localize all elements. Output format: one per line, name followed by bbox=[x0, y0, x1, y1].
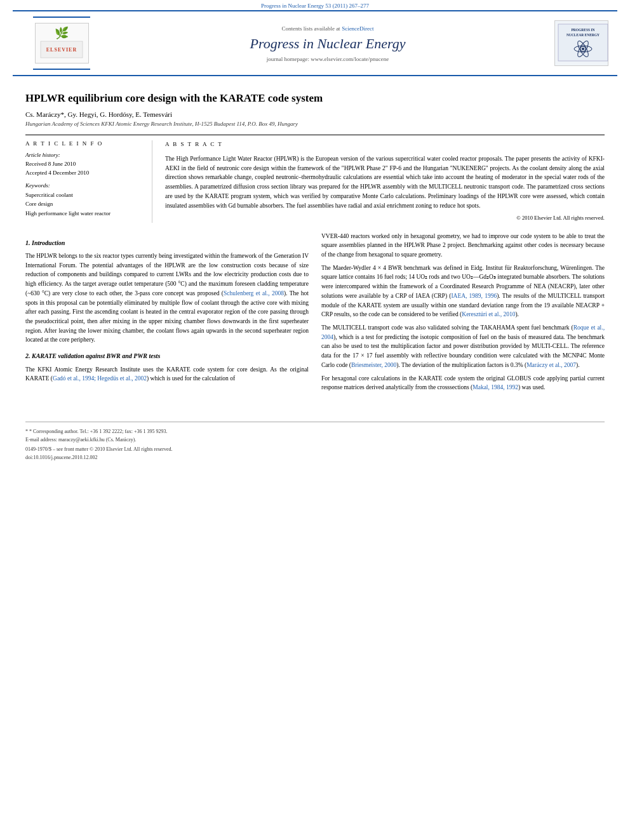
svg-text:ELSEVIER: ELSEVIER bbox=[46, 47, 77, 53]
journal-center-info: Contents lists available at ScienceDirec… bbox=[103, 25, 553, 62]
elsevier-logo: 🌿 ELSEVIER bbox=[33, 17, 90, 70]
elsevier-tree-icon: 🌿 bbox=[38, 26, 86, 40]
section2-para1: The KFKI Atomic Energy Research Institut… bbox=[25, 365, 309, 383]
ref-gado: Gadó et al., 1994; Hegedüs et al., 2002 bbox=[53, 375, 147, 382]
keywords-list: Supercritical coolant Core design High p… bbox=[25, 190, 144, 218]
elsevier-logo-box: 🌿 ELSEVIER bbox=[35, 23, 89, 63]
article-history-heading: Article history: bbox=[25, 152, 144, 158]
ref-makal: Makal, 1984, 1992 bbox=[473, 384, 518, 390]
footnote-star: * * Corresponding author. Tel.: +36 1 39… bbox=[25, 429, 605, 434]
col2-para2: The Maeder-Wydler 4 × 4 BWR benchmark wa… bbox=[321, 263, 605, 319]
svg-text:PROGRESS IN: PROGRESS IN bbox=[571, 28, 594, 32]
section1-para1: The HPLWR belongs to the six reactor typ… bbox=[25, 251, 309, 345]
journal-header: 🌿 ELSEVIER Contents lists available at S… bbox=[13, 10, 617, 76]
ref-schulenberg: Schulenberg et al., 2008 bbox=[224, 290, 284, 297]
author-names: Cs. Maráczy*, Gy. Hegyi, G. Hordósy, E. … bbox=[25, 110, 172, 118]
keywords-heading: Keywords: bbox=[25, 182, 144, 189]
abstract-text: The High Performance Light Water Reactor… bbox=[165, 154, 605, 210]
abstract-heading: A B S T R A C T bbox=[165, 140, 605, 149]
article-info-heading: A R T I C L E I N F O bbox=[25, 140, 144, 147]
affiliation: Hungarian Academy of Sciences KFKI Atomi… bbox=[25, 121, 605, 127]
article-metadata-section: A R T I C L E I N F O Article history: R… bbox=[25, 135, 605, 222]
article-title: HPLWR equilibrium core design with the K… bbox=[25, 91, 605, 105]
scidir-availability: Contents lists available at ScienceDirec… bbox=[103, 25, 553, 32]
footer-copyright: 0149-1970/$ – see front matter © 2010 El… bbox=[25, 446, 605, 452]
body-left-col: 1. Introduction The HPLWR belongs to the… bbox=[25, 232, 309, 397]
abstract-column: A B S T R A C T The High Performance Lig… bbox=[165, 140, 605, 222]
col2-para1: VVER-440 reactors worked only in hexagon… bbox=[321, 232, 605, 260]
journal-ref-bar: Progress in Nuclear Energy 53 (2011) 267… bbox=[0, 0, 630, 10]
ref-roque: Roque et al., 2004 bbox=[321, 324, 605, 340]
copyright-line: © 2010 Elsevier Ltd. All rights reserved… bbox=[165, 214, 605, 222]
keyword-2: Core design bbox=[25, 199, 144, 208]
footer-copyright-text: 0149-1970/$ – see front matter © 2010 El… bbox=[25, 446, 173, 452]
journal-homepage: journal homepage: www.elsevier.com/locat… bbox=[103, 56, 553, 62]
keyword-1: Supercritical coolant bbox=[25, 190, 144, 199]
pne-logo-svg: PROGRESS IN NUCLEAR ENERGY bbox=[558, 23, 608, 62]
ref-kereszturi: Keresztúri et al., 2010 bbox=[462, 311, 515, 317]
footnote-star-symbol: * bbox=[25, 429, 28, 434]
journal-ref-text: Progress in Nuclear Energy 53 (2011) 267… bbox=[261, 3, 369, 9]
section1-title: 1. Introduction bbox=[25, 238, 309, 248]
footnote-email: E-mail address: maraczy@aeki.kfki.hu (Cs… bbox=[25, 437, 605, 443]
body-right-col: VVER-440 reactors worked only in hexagon… bbox=[321, 232, 605, 397]
received-date: Received 8 June 2010 Accepted 4 December… bbox=[25, 160, 144, 177]
col2-para4: For hexagonal core calculations in the K… bbox=[321, 374, 605, 392]
section2-title: 2. KARATE validation against BWR and PWR… bbox=[25, 351, 309, 361]
ref-maracy: Maráczy et al., 2007 bbox=[526, 362, 576, 368]
footer-doi-text: doi:10.1016/j.pnucene.2010.12.002 bbox=[25, 455, 98, 460]
footer-doi: doi:10.1016/j.pnucene.2010.12.002 bbox=[25, 455, 605, 460]
main-content: HPLWR equilibrium core design with the K… bbox=[0, 76, 630, 409]
pne-logo-box: PROGRESS IN NUCLEAR ENERGY bbox=[554, 20, 608, 66]
svg-text:NUCLEAR ENERGY: NUCLEAR ENERGY bbox=[566, 33, 599, 37]
footnote-star-text: * Corresponding author. Tel.: +36 1 392 … bbox=[29, 429, 167, 434]
col2-para3: The MULTICELL transport code was also va… bbox=[321, 323, 605, 370]
pne-logo: PROGRESS IN NUCLEAR ENERGY bbox=[553, 20, 610, 66]
article-info-column: A R T I C L E I N F O Article history: R… bbox=[25, 140, 152, 222]
authors: Cs. Maráczy*, Gy. Hegyi, G. Hordósy, E. … bbox=[25, 110, 605, 118]
svg-point-9 bbox=[582, 48, 584, 50]
ref-briesmeister: Briesmeister, 2000 bbox=[351, 362, 396, 368]
elsevier-svg: ELSEVIER bbox=[39, 40, 84, 59]
footer: * * Corresponding author. Tel.: +36 1 39… bbox=[25, 422, 605, 460]
ref-iaea: IAEA, 1989, 1996 bbox=[451, 293, 497, 299]
keyword-3: High performance light water reactor bbox=[25, 209, 144, 218]
journal-title: Progress in Nuclear Energy bbox=[103, 36, 553, 52]
footnote-email-text: E-mail address: maraczy@aeki.kfki.hu (Cs… bbox=[25, 437, 136, 443]
body-section: 1. Introduction The HPLWR belongs to the… bbox=[25, 232, 605, 397]
